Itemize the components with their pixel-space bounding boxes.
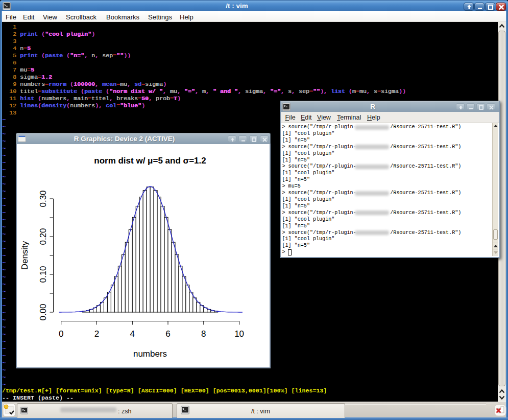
svg-text:6: 6 [165, 329, 170, 339]
svg-text:4: 4 [130, 329, 135, 339]
svg-text:norm dist w/ μ=5 and σ=1.2: norm dist w/ μ=5 and σ=1.2 [94, 156, 206, 166]
svg-text:Density: Density [20, 241, 30, 270]
svg-text:numbers: numbers [133, 349, 167, 359]
svg-text:0.00: 0.00 [38, 304, 48, 320]
svg-text:0.10: 0.10 [38, 266, 48, 283]
svg-text:0.30: 0.30 [38, 190, 48, 207]
svg-text:0.20: 0.20 [38, 228, 48, 245]
svg-text:8: 8 [201, 329, 206, 339]
svg-text:0: 0 [59, 329, 63, 339]
svg-text:2: 2 [94, 329, 99, 339]
svg-text:10: 10 [234, 329, 244, 339]
